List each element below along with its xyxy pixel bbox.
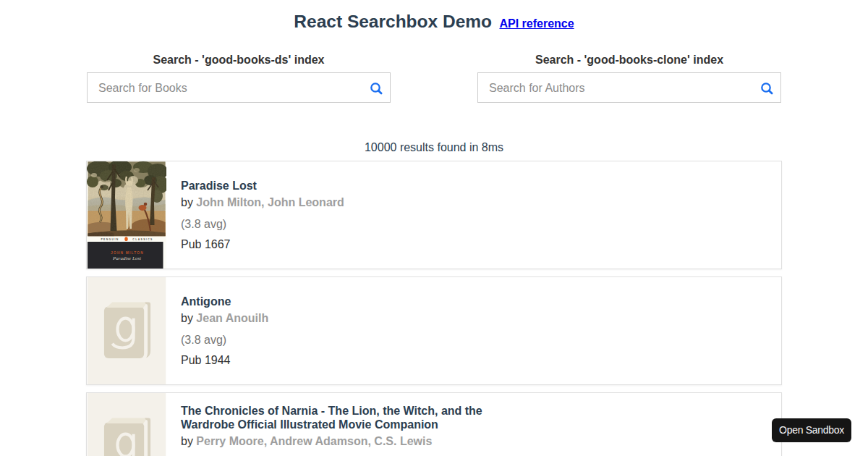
svg-text:JOHN MILTON: JOHN MILTON bbox=[111, 251, 144, 255]
svg-text:Paradise Lost: Paradise Lost bbox=[112, 256, 142, 261]
svg-text:CLASSICS: CLASSICS bbox=[132, 238, 153, 241]
svg-text:PENGUIN: PENGUIN bbox=[101, 238, 119, 241]
